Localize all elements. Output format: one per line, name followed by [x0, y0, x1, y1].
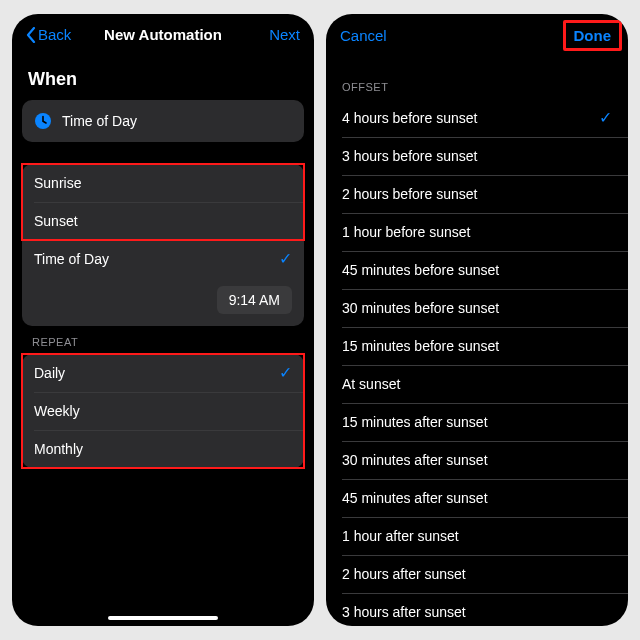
- check-icon: ✓: [279, 251, 292, 267]
- right-screen: Cancel Done OFFSET 4 hours before sunset…: [326, 14, 628, 626]
- option-daily[interactable]: Daily ✓: [22, 354, 304, 392]
- option-sunset[interactable]: Sunset: [22, 202, 304, 240]
- nav-bar: Cancel Done: [326, 14, 628, 55]
- left-screen: Back New Automation Next When Time of Da…: [12, 14, 314, 626]
- option-weekly[interactable]: Weekly: [22, 392, 304, 430]
- option-label: 15 minutes after sunset: [342, 414, 488, 430]
- offset-option[interactable]: 1 hour before sunset: [326, 213, 628, 251]
- option-label: Weekly: [34, 403, 80, 419]
- offset-option[interactable]: 3 hours before sunset: [326, 137, 628, 175]
- done-label: Done: [563, 20, 623, 51]
- left-content: When Time of Day Sunrise Sunset Time of …: [12, 53, 314, 626]
- option-label: 30 minutes before sunset: [342, 300, 499, 316]
- right-content: OFFSET 4 hours before sunset✓3 hours bef…: [326, 55, 628, 626]
- nav-bar: Back New Automation Next: [12, 14, 314, 53]
- option-label: At sunset: [342, 376, 400, 392]
- offset-option[interactable]: 3 hours after sunset: [326, 593, 628, 626]
- offset-option[interactable]: At sunset: [326, 365, 628, 403]
- offset-option[interactable]: 15 minutes before sunset: [326, 327, 628, 365]
- check-icon: ✓: [599, 110, 612, 126]
- offset-option[interactable]: 45 minutes before sunset: [326, 251, 628, 289]
- cancel-label: Cancel: [340, 27, 387, 44]
- option-label: Sunrise: [34, 175, 81, 191]
- cancel-button[interactable]: Cancel: [340, 27, 394, 44]
- repeat-options: Daily ✓ Weekly Monthly: [22, 354, 304, 468]
- option-label: 15 minutes before sunset: [342, 338, 499, 354]
- offset-header: OFFSET: [326, 55, 628, 99]
- page-title: New Automation: [80, 26, 246, 43]
- offset-option[interactable]: 4 hours before sunset✓: [326, 99, 628, 137]
- offset-option[interactable]: 1 hour after sunset: [326, 517, 628, 555]
- option-label: Time of Day: [34, 251, 109, 267]
- time-of-day-label: Time of Day: [62, 113, 137, 129]
- option-label: 30 minutes after sunset: [342, 452, 488, 468]
- schedule-options: Sunrise Sunset Time of Day ✓ 9:14 AM: [22, 164, 304, 326]
- time-picker[interactable]: 9:14 AM: [217, 286, 292, 314]
- option-time-of-day[interactable]: Time of Day ✓: [22, 240, 304, 278]
- option-monthly[interactable]: Monthly: [22, 430, 304, 468]
- option-label: 4 hours before sunset: [342, 110, 477, 126]
- option-label: 45 minutes before sunset: [342, 262, 499, 278]
- option-label: 1 hour before sunset: [342, 224, 470, 240]
- back-label: Back: [38, 26, 71, 43]
- time-value: 9:14 AM: [229, 292, 280, 308]
- home-indicator[interactable]: [108, 616, 218, 620]
- repeat-header: REPEAT: [22, 326, 304, 354]
- offset-option[interactable]: 2 hours after sunset: [326, 555, 628, 593]
- option-label: Daily: [34, 365, 65, 381]
- offset-option[interactable]: 2 hours before sunset: [326, 175, 628, 213]
- check-icon: ✓: [279, 365, 292, 381]
- next-button[interactable]: Next: [246, 26, 300, 43]
- back-button[interactable]: Back: [26, 26, 80, 43]
- offset-option[interactable]: 45 minutes after sunset: [326, 479, 628, 517]
- option-label: Sunset: [34, 213, 78, 229]
- option-sunrise[interactable]: Sunrise: [22, 164, 304, 202]
- when-heading: When: [22, 53, 304, 100]
- clock-icon: [34, 112, 52, 130]
- chevron-left-icon: [26, 27, 36, 43]
- offset-option[interactable]: 30 minutes after sunset: [326, 441, 628, 479]
- option-label: 3 hours before sunset: [342, 148, 477, 164]
- time-of-day-card[interactable]: Time of Day: [22, 100, 304, 142]
- option-label: Monthly: [34, 441, 83, 457]
- option-label: 1 hour after sunset: [342, 528, 459, 544]
- offset-option[interactable]: 15 minutes after sunset: [326, 403, 628, 441]
- option-label: 2 hours after sunset: [342, 566, 466, 582]
- option-label: 2 hours before sunset: [342, 186, 477, 202]
- time-picker-row: 9:14 AM: [22, 278, 304, 326]
- offset-option[interactable]: 30 minutes before sunset: [326, 289, 628, 327]
- option-label: 45 minutes after sunset: [342, 490, 488, 506]
- option-label: 3 hours after sunset: [342, 604, 466, 620]
- offset-options: 4 hours before sunset✓3 hours before sun…: [326, 99, 628, 626]
- done-button[interactable]: Done: [560, 26, 614, 45]
- next-label: Next: [269, 26, 300, 43]
